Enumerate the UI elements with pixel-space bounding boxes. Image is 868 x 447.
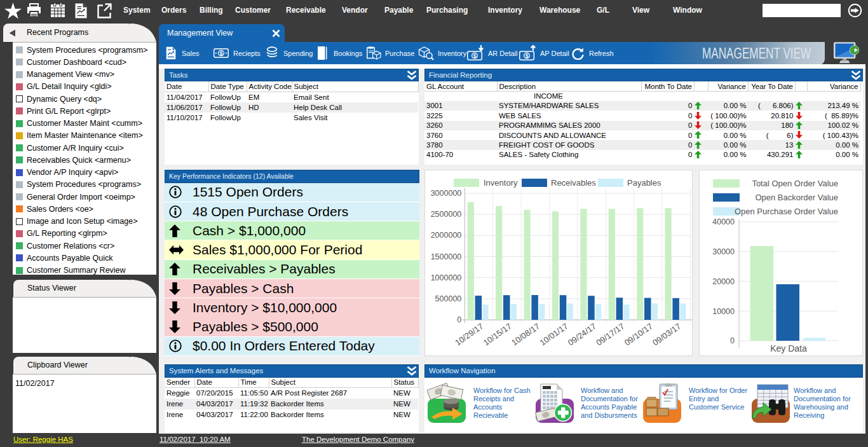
svg-text:Open Purchase Order Value: Open Purchase Order Value — [735, 207, 838, 216]
svg-text:$: $ — [473, 53, 477, 59]
svg-text:0: 0 — [730, 336, 735, 345]
svg-text:10/08/17: 10/08/17 — [510, 321, 541, 347]
svg-text:20000: 20000 — [712, 277, 735, 286]
svg-text:0: 0 — [457, 315, 461, 324]
svg-text:30000: 30000 — [712, 247, 735, 256]
svg-text:500000: 500000 — [435, 294, 462, 303]
svg-text:2500000: 2500000 — [431, 210, 462, 219]
svg-text:Inventory: Inventory — [484, 178, 518, 188]
svg-text:Payables: Payables — [627, 178, 661, 188]
svg-text:09/10/17: 09/10/17 — [623, 321, 654, 347]
svg-text:$: $ — [526, 53, 529, 59]
svg-text:10/15/17: 10/15/17 — [482, 321, 513, 347]
svg-text:3000000: 3000000 — [431, 189, 462, 198]
svg-text:1000000: 1000000 — [431, 273, 462, 282]
svg-text:40000: 40000 — [712, 217, 735, 226]
svg-text:10/29/17: 10/29/17 — [453, 321, 485, 347]
svg-text:10000: 10000 — [712, 307, 735, 316]
svg-text:1500000: 1500000 — [431, 252, 462, 261]
svg-text:$: $ — [220, 50, 223, 57]
svg-text:10/01/17: 10/01/17 — [538, 321, 570, 347]
svg-text:Total Open Order Value: Total Open Order Value — [752, 179, 838, 188]
svg-text:Key Data: Key Data — [770, 343, 807, 354]
svg-text:09/03/17: 09/03/17 — [651, 321, 682, 347]
svg-text:2000000: 2000000 — [431, 231, 462, 240]
svg-text:09/24/17: 09/24/17 — [566, 321, 598, 347]
svg-text:Receivables: Receivables — [551, 178, 596, 188]
svg-text:Open Backorder Value: Open Backorder Value — [755, 193, 838, 202]
svg-text:09/17/17: 09/17/17 — [594, 321, 626, 347]
